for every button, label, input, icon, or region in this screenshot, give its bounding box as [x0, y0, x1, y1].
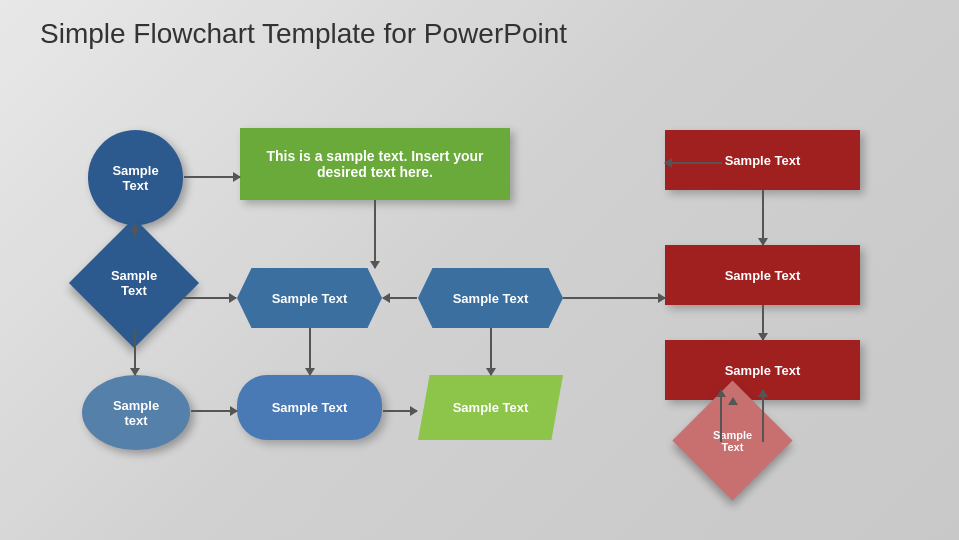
arrow-hex-right-down: [490, 328, 492, 375]
arrow-diamond-down: [134, 329, 136, 375]
para-green-label: Sample Text: [453, 400, 529, 415]
arrow-circle-to-green: [184, 176, 240, 178]
arrow-red-to-green: [665, 162, 722, 164]
arrow-pink-up-1: [720, 390, 722, 442]
red-rect-mid-shape: Sample Text: [665, 245, 860, 305]
diamond-pink-label: SampleText: [713, 429, 752, 453]
green-rect-label: This is a sample text. Insert your desir…: [240, 148, 510, 180]
para-green-shape: Sample Text: [418, 375, 563, 440]
arrow-hex-to-red: [563, 297, 665, 299]
hex-blue-right-shape: Sample Text: [418, 268, 563, 328]
red-rect-top-label: Sample Text: [725, 153, 801, 168]
arrow-green-down: [374, 200, 376, 268]
arrow-diamond-to-circle: [134, 225, 136, 237]
oval-blue-label: Sampletext: [113, 398, 159, 428]
arrow-oval-to-rounded: [191, 410, 237, 412]
arrow-red-mid-down: [762, 305, 764, 340]
rounded-blue-shape: Sample Text: [237, 375, 382, 440]
arrow-rounded-to-para: [383, 410, 417, 412]
page-title: Simple Flowchart Template for PowerPoint: [40, 18, 567, 50]
red-rect-bot-label: Sample Text: [725, 363, 801, 378]
arrow-hex-right-to-left: [383, 297, 417, 299]
circle-shape: SampleText: [88, 130, 183, 225]
red-rect-top-shape: Sample Text: [665, 130, 860, 190]
arrow-hex-left-down: [309, 328, 311, 375]
hex-blue-right-label: Sample Text: [453, 291, 529, 306]
arrow-pink-up-2: [762, 390, 764, 442]
diamond-blue-label: SampleText: [111, 268, 157, 298]
hex-blue-left-shape: Sample Text: [237, 268, 382, 328]
arrow-red-top-down: [762, 190, 764, 245]
rounded-blue-label: Sample Text: [272, 400, 348, 415]
circle-label: SampleText: [112, 163, 158, 193]
oval-blue-shape: Sampletext: [82, 375, 190, 450]
green-rect-shape: This is a sample text. Insert your desir…: [240, 128, 510, 200]
arrow-diamond-to-hex-left: [181, 297, 236, 299]
red-rect-mid-label: Sample Text: [725, 268, 801, 283]
hex-blue-left-label: Sample Text: [272, 291, 348, 306]
